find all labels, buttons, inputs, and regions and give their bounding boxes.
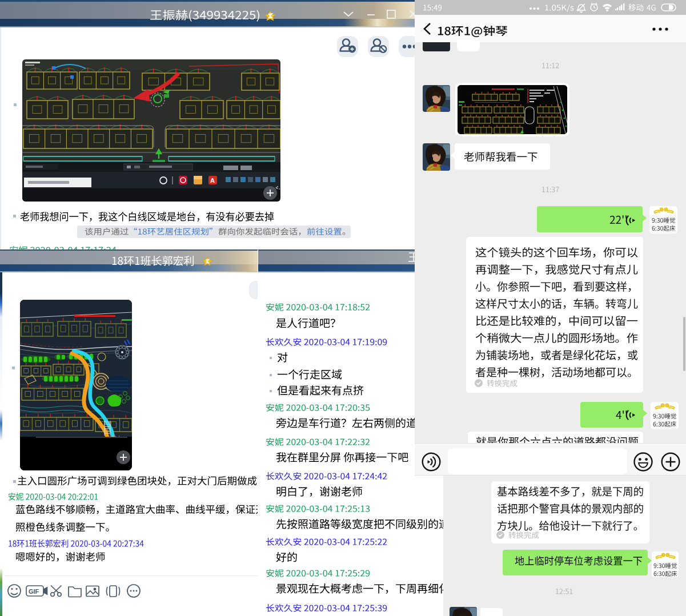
svg-text:GIF: GIF [29,588,39,595]
svg-text:A: A [210,177,215,184]
